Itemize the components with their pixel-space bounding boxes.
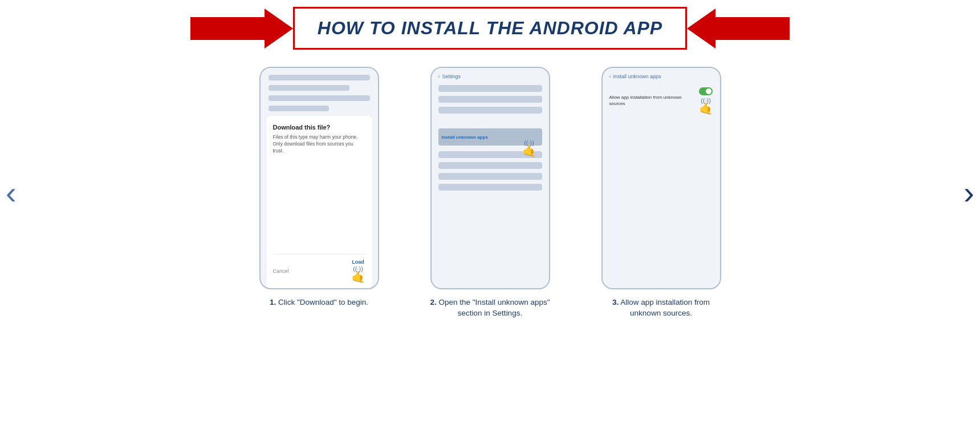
bar (269, 95, 370, 101)
step-2-tap-icon: ((·)) 🤙 (522, 140, 536, 156)
step-1-dialog: Download this file? Files of this type m… (266, 116, 372, 288)
bar (438, 85, 542, 92)
bar (438, 107, 542, 114)
step-3-setting-text: Allow app installation from unknown sour… (609, 95, 694, 107)
tap-finger-icon: 🤙 (522, 145, 536, 156)
bar (438, 96, 542, 103)
load-btn-wrapper: Load ((·)) 🤙 (351, 259, 365, 282)
step-2-header-label: Settings (442, 74, 461, 79)
cancel-btn[interactable]: Cancel (273, 268, 289, 274)
title-box: HOW TO INSTALL THE ANDROID APP (293, 7, 687, 50)
load-btn[interactable]: Load (352, 259, 364, 265)
toggle-switch[interactable] (699, 87, 713, 95)
arrow-left-decoration (687, 9, 790, 49)
bar (438, 162, 542, 169)
step-2-description: 2. Open the "Install unknown apps" secti… (428, 297, 553, 319)
dialog-title: Download this file? (273, 124, 365, 131)
dialog-buttons: Cancel Load ((·)) 🤙 (273, 254, 365, 282)
step-3-header-label: Install unknown apps (613, 74, 661, 79)
step-1-top-bars (261, 68, 378, 116)
step-2-bottom-bars (438, 151, 542, 195)
bar (269, 75, 370, 80)
header-section: HOW TO INSTALL THE ANDROID APP (0, 7, 980, 50)
step-2-highlight-row: Install unknown apps ((·)) 🤙 (438, 128, 542, 146)
page-title: HOW TO INSTALL THE ANDROID APP (318, 18, 662, 39)
highlight-label: Install unknown apps (442, 135, 488, 140)
step-3-tap-icon: ((·)) 🤙 (699, 98, 713, 114)
step-1-text: Click "Download" to begin. (278, 298, 368, 306)
toggle-wrapper: ((·)) 🤙 (699, 87, 713, 114)
step-3-setting-row: Allow app installation from unknown sour… (609, 87, 713, 114)
bar (269, 85, 349, 91)
step-1-phone-content: Download this file? Files of this type m… (261, 68, 378, 288)
page-wrapper: HOW TO INSTALL THE ANDROID APP ‹ (0, 0, 980, 444)
step-2-item: ‹ Settings Install unknown apps (422, 67, 559, 319)
step-2-phone-content: ‹ Settings Install unknown apps (432, 68, 549, 288)
step-1-description: 1. Click "Download" to begin. (270, 297, 368, 308)
prev-button[interactable]: ‹ (6, 177, 17, 209)
step-3-phone: ‹ Install unknown apps Allow app install… (601, 67, 721, 289)
step-2-text: Open the "Install unknown apps" section … (439, 298, 550, 317)
bar (438, 184, 542, 191)
tap-finger-icon: 🤙 (699, 103, 713, 114)
step-3-phone-header: ‹ Install unknown apps (609, 74, 713, 79)
tap-finger-icon: 🤙 (351, 271, 365, 282)
svg-marker-0 (190, 9, 293, 49)
step-3-text: Allow app installation from unknown sour… (620, 298, 710, 317)
step-2-top-bars (438, 85, 542, 118)
step-1-phone: Download this file? Files of this type m… (259, 67, 379, 289)
toggle-knob (706, 88, 711, 94)
svg-marker-1 (687, 9, 790, 49)
bar (438, 173, 542, 180)
arrow-right-decoration (190, 9, 293, 49)
bar (269, 106, 330, 111)
steps-section: ‹ Download this file? Files of this type… (0, 67, 980, 319)
step-3-phone-content: ‹ Install unknown apps Allow app install… (603, 68, 720, 288)
step-2-number: 2. (430, 298, 437, 306)
dialog-body: Files of this type may harm your phone. … (273, 134, 365, 248)
step-3-description: 3. Allow app installation from unknown s… (599, 297, 724, 319)
step-2-phone: ‹ Settings Install unknown apps (430, 67, 550, 289)
step-1-number: 1. (270, 298, 276, 306)
step-3-item: ‹ Install unknown apps Allow app install… (593, 67, 730, 319)
tap-hand-icon: ((·)) 🤙 (351, 266, 365, 282)
step-2-phone-header: ‹ Settings (438, 74, 542, 79)
next-button[interactable]: › (963, 177, 974, 209)
step-3-number: 3. (612, 298, 619, 306)
step-1-item: Download this file? Files of this type m… (251, 67, 388, 308)
